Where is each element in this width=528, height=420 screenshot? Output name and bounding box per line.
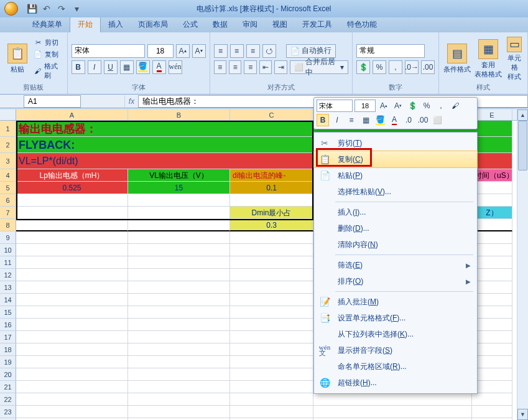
scroll-up-button[interactable]: ▲ <box>517 110 528 121</box>
tab-home[interactable]: 开始 <box>70 16 101 32</box>
tab-view[interactable]: 视图 <box>265 17 295 32</box>
row-header[interactable]: 3 <box>0 153 16 169</box>
cell[interactable] <box>472 294 512 306</box>
cell[interactable]: di输出电流的峰- <box>230 169 313 182</box>
cell[interactable] <box>472 281 512 294</box>
row-header[interactable]: 12 <box>0 269 16 281</box>
fill-color-button[interactable]: 🪣 <box>136 60 150 74</box>
percent-button[interactable]: % <box>373 60 386 74</box>
mini-accounting[interactable]: 💲 <box>406 100 419 112</box>
office-button[interactable] <box>1 0 21 17</box>
cell[interactable] <box>472 368 512 381</box>
mini-percent[interactable]: % <box>420 100 433 112</box>
align-middle-button[interactable]: ≡ <box>230 44 244 58</box>
border-button[interactable]: ▦ <box>120 60 134 74</box>
col-header-c[interactable]: C <box>230 110 313 120</box>
italic-button[interactable]: I <box>88 60 101 74</box>
mini-size-combo[interactable]: 18 <box>354 100 376 112</box>
row-header[interactable]: 14 <box>0 294 16 306</box>
cell[interactable] <box>16 231 128 244</box>
row-header[interactable]: 7 <box>0 207 16 219</box>
format-table-button[interactable]: ▦套用 表格格式 <box>474 36 503 82</box>
row-header[interactable]: 20 <box>0 368 16 381</box>
accounting-button[interactable]: 💲 <box>356 60 370 74</box>
cell[interactable] <box>128 194 230 207</box>
cell[interactable] <box>16 406 128 418</box>
align-top-button[interactable]: ≡ <box>214 44 228 58</box>
mini-italic[interactable]: I <box>331 114 343 126</box>
menu-item[interactable]: wén文显示拼音字段(S) <box>314 342 477 358</box>
cell[interactable] <box>230 244 313 256</box>
cell[interactable] <box>16 281 128 294</box>
merge-center-button[interactable]: ⬜合并后居中▾ <box>290 60 348 74</box>
cell[interactable] <box>472 406 512 418</box>
cell[interactable] <box>16 294 128 306</box>
menu-item[interactable]: 筛选(E)▶ <box>314 257 477 273</box>
cell[interactable] <box>230 406 313 418</box>
cell[interactable] <box>230 306 313 319</box>
row-header[interactable]: 22 <box>0 393 16 406</box>
decrease-decimal-button[interactable]: .00 <box>421 60 435 74</box>
bold-button[interactable]: B <box>72 60 85 74</box>
row-header[interactable]: 9 <box>0 231 16 244</box>
row-header[interactable]: 2 <box>0 137 16 153</box>
cell-styles-button[interactable]: ▭单元格 样式 <box>505 36 524 82</box>
cell[interactable] <box>128 281 230 294</box>
tab-special[interactable]: 特色功能 <box>340 17 384 32</box>
cell[interactable] <box>16 356 128 368</box>
mini-fill-color[interactable]: 🪣 <box>374 114 386 126</box>
cell[interactable] <box>472 194 512 207</box>
row-header[interactable]: 16 <box>0 319 16 331</box>
number-format-combo[interactable]: 常规 <box>356 44 425 58</box>
cell[interactable]: VL输出电压（V） <box>128 169 230 182</box>
cell[interactable]: 时间（uS） <box>472 169 512 182</box>
qat-undo-icon[interactable]: ↶ <box>41 3 52 14</box>
cell[interactable] <box>128 231 230 244</box>
align-bottom-button[interactable]: ≡ <box>246 44 260 58</box>
mini-bold[interactable]: B <box>317 114 329 126</box>
cell[interactable]: Lp输出电感（mH） <box>16 169 128 182</box>
cell[interactable] <box>16 368 128 381</box>
cell[interactable] <box>128 381 230 393</box>
row-header[interactable]: 13 <box>0 281 16 294</box>
cell[interactable] <box>472 182 512 194</box>
menu-item[interactable]: ✂剪切(T) <box>314 135 477 151</box>
mini-font-color[interactable]: A <box>388 114 401 126</box>
mini-align-center[interactable]: ≡ <box>345 114 358 126</box>
row-header[interactable]: 23 <box>0 406 16 418</box>
cell[interactable] <box>128 368 230 381</box>
menu-item[interactable]: 📄粘贴(P) <box>314 167 477 184</box>
paste-button[interactable]: 📋 粘贴 <box>4 36 30 82</box>
cell[interactable]: Dmin最小占 <box>230 207 313 219</box>
cell[interactable] <box>128 319 230 331</box>
cell[interactable] <box>230 194 313 207</box>
phonetic-button[interactable]: wén <box>169 60 182 74</box>
cell[interactable] <box>230 368 313 381</box>
cell[interactable]: Z） <box>472 207 512 219</box>
cut-button[interactable]: ✂剪切 <box>33 38 63 48</box>
menu-item[interactable]: 命名单元格区域(R)... <box>314 358 477 375</box>
decrease-indent-button[interactable]: ⇤ <box>259 60 272 74</box>
cell[interactable]: 0.1 <box>230 182 313 194</box>
cell[interactable]: 0.525 <box>16 182 128 194</box>
menu-item[interactable]: 🌐超链接(H)... <box>314 375 477 391</box>
tab-review[interactable]: 审阅 <box>235 17 265 32</box>
cell[interactable] <box>128 219 230 231</box>
cell[interactable] <box>16 381 128 393</box>
cell[interactable] <box>472 256 512 269</box>
name-box[interactable]: A1 <box>24 95 81 108</box>
row-header[interactable]: 15 <box>0 306 16 319</box>
cell[interactable] <box>472 269 512 281</box>
cell[interactable] <box>128 406 230 418</box>
increase-decimal-button[interactable]: .0→ <box>405 60 419 74</box>
menu-item[interactable]: 删除(D)... <box>314 220 477 236</box>
copy-button[interactable]: 📄复制 <box>33 50 63 60</box>
cell[interactable] <box>16 207 128 219</box>
select-all-corner[interactable] <box>0 110 16 120</box>
qat-dropdown-icon[interactable]: ▾ <box>71 3 82 14</box>
qat-save-icon[interactable]: 💾 <box>26 3 37 14</box>
cell[interactable] <box>128 294 230 306</box>
cell[interactable] <box>16 306 128 319</box>
cell[interactable]: 15 <box>128 182 230 194</box>
align-right-button[interactable]: ≡ <box>244 60 256 74</box>
